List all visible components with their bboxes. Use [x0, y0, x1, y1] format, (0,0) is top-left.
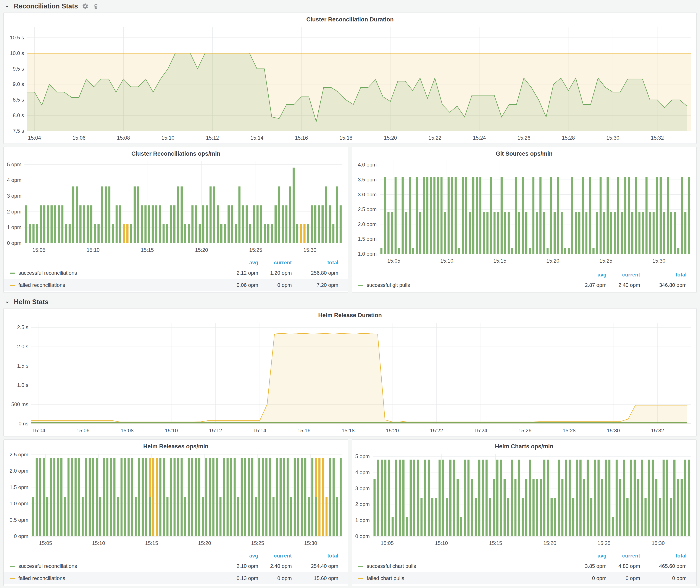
x-tick-label: 15:06	[76, 428, 89, 433]
y-tick-label: 3 opm	[7, 193, 21, 199]
section-header-helm-stats[interactable]: Helm Stats	[0, 296, 700, 308]
panel-helm-charts-ops: Helm Charts ops/min 5 opm4 opm3 opm2 opm…	[352, 439, 697, 586]
x-tick-label: 15:30	[303, 247, 316, 253]
y-tick-label: 2.0 opm	[10, 468, 28, 474]
x-tick-label: 15:10	[92, 540, 105, 546]
bars-layer	[374, 460, 690, 536]
x-tick-label: 15:08	[117, 135, 130, 141]
series-color-dash[interactable]	[358, 285, 363, 286]
y-tick-label: 8.5 s	[13, 97, 24, 103]
helm-charts-ops-chart[interactable]: 5 opm4 opm3 opm2 opm1 opm0 opm15:0515:10…	[352, 440, 696, 549]
series-label[interactable]: successful reconciliations	[18, 270, 220, 276]
panel-cluster-reconciliations-ops: Cluster Reconciliations ops/min 5 opm4 o…	[3, 147, 348, 293]
legend-sort-avg[interactable]: avg	[569, 272, 606, 278]
series-color-dash[interactable]	[10, 285, 15, 286]
x-tick-label: 15:15	[493, 258, 506, 264]
x-tick-label: 15:30	[607, 428, 620, 433]
panel-title[interactable]: Helm Release Duration	[4, 312, 696, 319]
y-tick-label: 10.5 s	[10, 35, 24, 40]
legend-row: failed reconciliations 0.13 opm 0 opm 15…	[4, 572, 348, 584]
panel-title[interactable]: Cluster Reconciliation Duration	[4, 16, 696, 23]
x-tick-label: 15:12	[209, 428, 222, 433]
helm-release-duration-chart[interactable]: 2.5 s2.0 s1.5 s1.0 s500 ms0 ns15:0415:06…	[4, 309, 696, 436]
x-tick-label: 15:24	[474, 428, 487, 433]
series-color-dash[interactable]	[10, 566, 15, 567]
series-label[interactable]: failed reconciliations	[18, 575, 220, 581]
panel-title[interactable]: Git Sources ops/min	[352, 150, 696, 157]
series-label[interactable]: successful git pulls	[367, 282, 569, 288]
helm-duration-svg: 2.5 s2.0 s1.5 s1.0 s500 ms0 ns15:0415:06…	[4, 309, 696, 436]
x-tick-label: 15:18	[342, 428, 355, 433]
chevron-down-icon[interactable]	[4, 299, 10, 305]
series-label[interactable]: failed chart pulls	[367, 575, 569, 581]
git-ops-svg: 4.0 opm3.5 opm3.0 opm2.5 opm2.0 opm1.5 o…	[352, 147, 696, 267]
x-tick-label: 15:20	[198, 540, 211, 546]
section-title[interactable]: Reconciliation Stats	[14, 2, 78, 10]
series-color-dash[interactable]	[10, 578, 15, 579]
x-tick-label: 15:10	[87, 247, 100, 253]
legend-sort-avg[interactable]: avg	[569, 553, 606, 559]
y-tick-label: 10.0 s	[10, 50, 24, 56]
y-tick-label: 5 opm	[355, 453, 370, 459]
panel-title[interactable]: Cluster Reconciliations ops/min	[4, 150, 348, 157]
legend-sort-current[interactable]: current	[606, 272, 640, 278]
y-tick-label: 7.5 s	[13, 128, 24, 134]
panel-helm-release-duration: Helm Release Duration 2.5 s2.0 s1.5 s1.0…	[3, 308, 697, 436]
legend-row: failed reconciliations 0.06 opm 0 opm 7.…	[4, 279, 348, 291]
legend-row: failed chart pulls 0 opm 0 opm 0 opm	[352, 572, 696, 584]
panel-title[interactable]: Helm Releases ops/min	[4, 443, 348, 450]
helm-charts-svg: 5 opm4 opm3 opm2 opm1 opm0 opm15:0515:10…	[352, 440, 696, 549]
series-label[interactable]: successful reconciliations	[18, 563, 220, 569]
legend-sort-total[interactable]: total	[292, 553, 338, 559]
y-tick-label: 2.5 opm	[10, 452, 28, 457]
chevron-down-icon[interactable]	[4, 3, 10, 9]
section-header-reconciliation-stats[interactable]: Reconciliation Stats	[0, 0, 700, 13]
section-title[interactable]: Helm Stats	[14, 298, 48, 306]
bars-layer	[25, 168, 342, 243]
x-tick-label: 15:25	[599, 258, 612, 264]
x-tick-label: 15:10	[435, 540, 448, 546]
cluster-reconciliation-duration-chart[interactable]: 10.5 s10.0 s9.5 s9.0 s8.5 s8.0 s7.5 s15:…	[4, 13, 696, 144]
y-tick-label: 2.5 opm	[358, 206, 377, 212]
y-tick-label: 1 opm	[355, 517, 370, 523]
legend-sort-total[interactable]: total	[640, 272, 687, 278]
legend-sort-current[interactable]: current	[606, 553, 640, 559]
grid-lines	[380, 161, 691, 254]
series-label[interactable]: failed reconciliations	[18, 282, 220, 288]
series-color-dash[interactable]	[358, 578, 363, 579]
axis-labels: 5 opm4 opm3 opm2 opm1 opm0 opm15:0515:10…	[355, 453, 665, 546]
series-color-dash[interactable]	[10, 273, 15, 274]
y-tick-label: 3.0 opm	[358, 192, 377, 197]
legend-sort-total[interactable]: total	[640, 553, 687, 559]
x-tick-label: 15:15	[145, 540, 158, 546]
trash-icon[interactable]	[93, 3, 99, 10]
legend-sort-current[interactable]: current	[258, 553, 292, 559]
x-tick-label: 15:32	[651, 428, 664, 433]
x-tick-label: 15:15	[489, 540, 502, 546]
x-tick-label: 15:05	[381, 540, 394, 546]
legend: avg current total successful git pulls 2…	[352, 270, 696, 291]
legend-sort-current[interactable]: current	[258, 260, 292, 266]
x-tick-label: 15:20	[386, 428, 399, 433]
x-tick-label: 15:25	[249, 247, 262, 253]
gear-icon[interactable]	[82, 3, 89, 10]
y-tick-label: 4 opm	[355, 469, 370, 475]
x-tick-label: 15:20	[543, 540, 556, 546]
series-current: 1.20 opm	[258, 270, 292, 276]
series-label[interactable]: successful chart pulls	[367, 563, 569, 569]
x-tick-label: 15:30	[304, 540, 317, 546]
helm-releases-ops-chart[interactable]: 2.5 opm2.0 opm1.5 opm1.0 opm0.5 opm0 opm…	[4, 440, 348, 549]
y-tick-label: 0 opm	[7, 240, 21, 246]
cluster-reconciliations-ops-chart[interactable]: 5 opm4 opm3 opm2 opm1 opm0 opm15:0515:10…	[4, 147, 348, 256]
series-color-dash[interactable]	[358, 566, 363, 567]
panel-title[interactable]: Helm Charts ops/min	[352, 443, 696, 450]
series-current: 0 opm	[606, 575, 640, 581]
legend-sort-avg[interactable]: avg	[220, 553, 258, 559]
grid-lines	[24, 161, 342, 243]
legend-sort-total[interactable]: total	[292, 260, 338, 266]
x-tick-label: 15:16	[295, 135, 308, 141]
series-total: 254.40 opm	[292, 563, 338, 569]
git-sources-ops-chart[interactable]: 4.0 opm3.5 opm3.0 opm2.5 opm2.0 opm1.5 o…	[352, 147, 696, 267]
legend-sort-avg[interactable]: avg	[220, 260, 258, 266]
recon-ops-svg: 5 opm4 opm3 opm2 opm1 opm0 opm15:0515:10…	[4, 147, 348, 256]
